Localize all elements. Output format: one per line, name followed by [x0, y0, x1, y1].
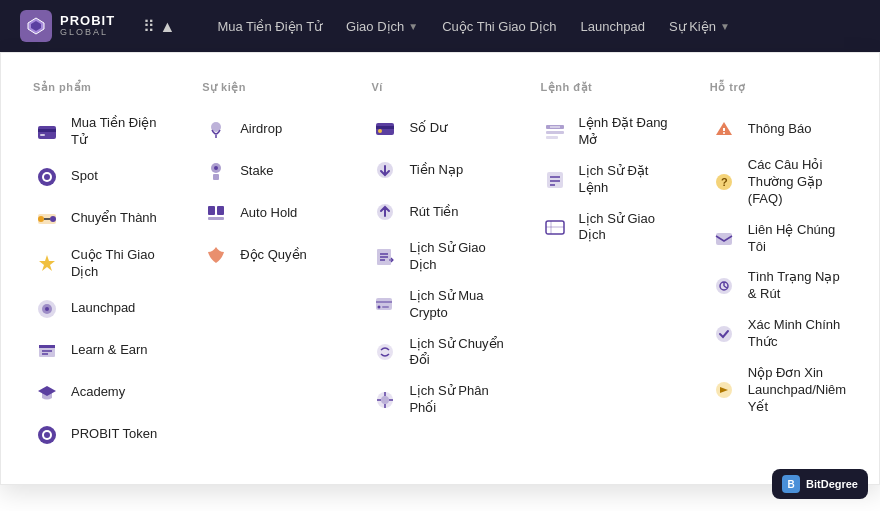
- autohold-icon: [202, 199, 230, 227]
- col-orders-header: Lệnh đặt: [541, 81, 678, 94]
- item-buy-crypto-label: Mua Tiền Điện Tử: [71, 115, 170, 149]
- item-launchpad-label: Launchpad: [71, 300, 135, 317]
- item-trading-contest[interactable]: Cuộc Thi Giao Dịch: [33, 240, 170, 288]
- apps-grid-icon[interactable]: ⠿ ▲: [143, 17, 175, 36]
- item-contact[interactable]: Liên Hệ Chúng Tôi: [710, 215, 847, 263]
- svg-rect-28: [217, 206, 224, 215]
- item-buy-history[interactable]: Lịch Sử Mua Crypto: [371, 281, 508, 329]
- logo-icon: [20, 10, 52, 42]
- item-dist-history[interactable]: Lịch Sử Phân Phối: [371, 376, 508, 424]
- contact-icon: [710, 225, 738, 253]
- stake-icon: [202, 157, 230, 185]
- item-academy[interactable]: Academy: [33, 372, 170, 414]
- buy-history-icon: [371, 291, 399, 319]
- item-tx-history-label: Lịch Sử Giao Dịch: [409, 240, 508, 274]
- launchpad-icon: [33, 295, 61, 323]
- spot-icon: [33, 163, 61, 191]
- item-airdrop-label: Airdrop: [240, 121, 282, 138]
- balance-icon: [371, 114, 399, 142]
- item-stake[interactable]: Stake: [202, 150, 339, 192]
- nav-events[interactable]: Sự Kiện▼: [659, 13, 740, 40]
- svg-point-21: [44, 432, 50, 438]
- svg-point-25: [214, 166, 218, 170]
- nav-launchpad[interactable]: Launchpad: [571, 13, 655, 40]
- svg-rect-15: [39, 345, 55, 348]
- logo-probit-text: PROBIT: [60, 14, 115, 28]
- item-apply-label: Nộp Đơn Xin Launchpad/Niêm Yết: [748, 365, 847, 416]
- item-notice[interactable]: Thông Báo: [710, 108, 847, 150]
- svg-text:?: ?: [721, 176, 728, 188]
- item-open-orders[interactable]: Lệnh Đặt Đang Mở: [541, 108, 678, 156]
- nav-events-arrow: ▼: [720, 21, 730, 32]
- convert-icon: [33, 205, 61, 233]
- convert-history-icon: [371, 338, 399, 366]
- item-tx-history[interactable]: Lịch Sử Giao Dịch: [371, 233, 508, 281]
- item-deposit-status-label: Tình Trạng Nạp & Rút: [748, 269, 847, 303]
- logo[interactable]: PROBIT GLOBAL: [20, 10, 115, 42]
- verify-icon: [710, 320, 738, 348]
- item-spot[interactable]: Spot: [33, 156, 170, 198]
- item-deposit-status[interactable]: Tình Trạng Nạp & Rút: [710, 262, 847, 310]
- item-autohold[interactable]: Auto Hold: [202, 192, 339, 234]
- nav-competition[interactable]: Cuộc Thi Giao Dịch: [432, 13, 566, 40]
- svg-point-7: [44, 174, 50, 180]
- item-buy-history-label: Lịch Sử Mua Crypto: [409, 288, 508, 322]
- col-support-header: Hỗ trợ: [710, 81, 847, 94]
- nav-buy[interactable]: Mua Tiền Điện Tử: [207, 13, 332, 40]
- academy-icon: [33, 379, 61, 407]
- faq-icon: ?: [710, 168, 738, 196]
- bitdegree-badge[interactable]: B BitDegree: [772, 469, 868, 499]
- item-convert-history-label: Lịch Sử Chuyển Đổi: [409, 336, 508, 370]
- nav-trade[interactable]: Giao Dịch▼: [336, 13, 428, 40]
- withdraw-icon: [371, 198, 399, 226]
- item-probit-token-label: PROBIT Token: [71, 426, 157, 443]
- deposit-icon: [371, 156, 399, 184]
- svg-point-41: [378, 305, 381, 308]
- buy-crypto-icon: [33, 118, 61, 146]
- item-autohold-label: Auto Hold: [240, 205, 297, 222]
- apply-icon: [710, 376, 738, 404]
- col-wallet: Ví Số Dư Tiền Nạp Rút Tiền Lị: [355, 81, 524, 456]
- item-apply[interactable]: Nộp Đơn Xin Launchpad/Niêm Yết: [710, 358, 847, 423]
- item-deposit-label: Tiền Nạp: [409, 162, 463, 179]
- col-wallet-header: Ví: [371, 81, 508, 93]
- item-airdrop[interactable]: Airdrop: [202, 108, 339, 150]
- item-contact-label: Liên Hệ Chúng Tôi: [748, 222, 847, 256]
- item-balance[interactable]: Số Dư: [371, 107, 508, 149]
- dropdown-panel: Sản phẩm Mua Tiền Điện Tử Spot Chuyển Th…: [0, 52, 880, 485]
- item-order-history[interactable]: Lịch Sử Đặt Lệnh: [541, 156, 678, 204]
- col-events: Sự kiện Airdrop Stake Auto Hold: [186, 81, 355, 456]
- item-exclusive[interactable]: Độc Quyền: [202, 234, 339, 276]
- item-convert-label: Chuyển Thành: [71, 210, 157, 227]
- col-orders: Lệnh đặt Lệnh Đặt Đang Mở Lịch Sử Đặt Lệ…: [525, 81, 694, 456]
- svg-rect-26: [213, 174, 219, 180]
- item-verify[interactable]: Xác Minh Chính Thức: [710, 310, 847, 358]
- item-deposit[interactable]: Tiền Nạp: [371, 149, 508, 191]
- deposit-status-icon: [710, 272, 738, 300]
- exclusive-icon: [202, 241, 230, 269]
- item-balance-label: Số Dư: [409, 120, 447, 137]
- nav-trade-arrow: ▼: [408, 21, 418, 32]
- open-orders-icon: [541, 118, 569, 146]
- item-learn-earn[interactable]: Learn & Earn: [33, 330, 170, 372]
- svg-point-10: [50, 216, 56, 222]
- col-products-header: Sản phẩm: [33, 81, 170, 94]
- item-buy-crypto[interactable]: Mua Tiền Điện Tử: [33, 108, 170, 156]
- item-order-history-label: Lịch Sử Đặt Lệnh: [579, 163, 678, 197]
- svg-rect-53: [546, 136, 558, 139]
- item-launchpad[interactable]: Launchpad: [33, 288, 170, 330]
- item-stake-label: Stake: [240, 163, 273, 180]
- item-trading-contest-label: Cuộc Thi Giao Dịch: [71, 247, 170, 281]
- item-withdraw[interactable]: Rút Tiền: [371, 191, 508, 233]
- item-probit-token[interactable]: PROBIT Token: [33, 414, 170, 456]
- item-faq[interactable]: ? Các Câu Hỏi Thường Gặp (FAQ): [710, 150, 847, 215]
- item-trade-history[interactable]: Lịch Sử Giao Dịch: [541, 204, 678, 252]
- item-trade-history-label: Lịch Sử Giao Dịch: [579, 211, 678, 245]
- svg-rect-3: [38, 129, 56, 132]
- item-exclusive-label: Độc Quyền: [240, 247, 307, 264]
- item-convert-history[interactable]: Lịch Sử Chuyển Đổi: [371, 329, 508, 377]
- item-convert[interactable]: Chuyển Thành: [33, 198, 170, 240]
- trade-history-icon: [541, 213, 569, 241]
- learn-earn-icon: [33, 337, 61, 365]
- svg-rect-42: [382, 306, 389, 308]
